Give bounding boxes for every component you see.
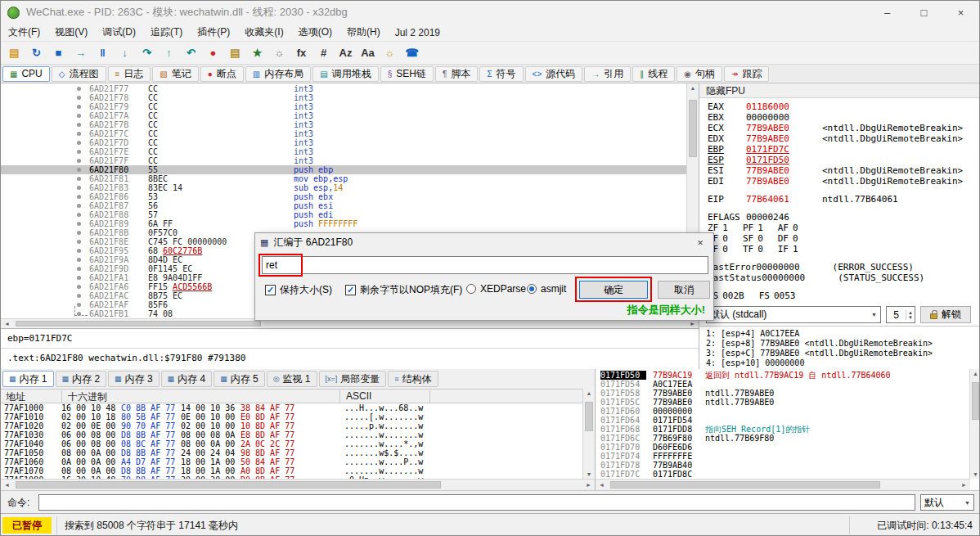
stack-row[interactable]: 0171FD7C0171FD8C (596, 470, 970, 479)
register-row-laststatus[interactable]: LastStatus00000000(STATUS_SUCCESS) (708, 273, 980, 283)
run-to-return-button[interactable]: ↑ (159, 43, 179, 63)
stack-row[interactable]: 0171FD54A0C17EEA (596, 380, 970, 389)
argument-count-stepper[interactable]: 5 ▲▼ (886, 306, 915, 323)
horizontal-scrollbar[interactable]: ◄► (1, 479, 595, 490)
flag-value[interactable]: 002B (722, 291, 744, 301)
scrollbar-thumb[interactable] (689, 100, 697, 157)
tab-script[interactable]: ¶脚本 (435, 66, 478, 82)
horizontal-scrollbar[interactable]: ◄► (596, 479, 970, 490)
register-value[interactable]: 00000246 (746, 212, 789, 223)
breakpoint-dot-icon[interactable] (77, 303, 81, 307)
maximize-button[interactable]: □ (906, 1, 942, 24)
scroll-up-arrow-icon[interactable]: ▲ (687, 85, 699, 91)
tab-memory-map[interactable]: ▥内存布局 (245, 66, 311, 82)
register-row-edi[interactable]: EDI77B9ABE0<ntdll.DbgUiRemoteBreakin> (708, 176, 980, 187)
breakpoint-dot-icon[interactable] (77, 186, 81, 190)
breakpoint-dot-icon[interactable] (77, 141, 81, 145)
tab-handles[interactable]: ◉句柄 (677, 66, 722, 82)
register-value[interactable]: 0171FD7C (746, 144, 789, 155)
asmjit-radio[interactable]: asmjit (527, 283, 566, 295)
fill-nop-checkbox[interactable]: ✓ 剩余字节以NOP填充(F) (345, 283, 462, 297)
stack-pane[interactable]: 0171FD5077B9AC19返回到 ntdll.77B9AC19 自 ntd… (595, 369, 980, 490)
settings-gears-button[interactable]: ☼ (269, 43, 290, 63)
dump-row[interactable]: 77AF107008 00 0A 00D8 8B AF 7718 00 1A 0… (1, 466, 582, 475)
breakpoint-dot-icon[interactable] (77, 312, 81, 316)
tab-seh[interactable]: §SEH链 (380, 66, 434, 82)
stop-button[interactable]: ■ (48, 43, 69, 63)
cancel-button[interactable]: 取消 (658, 281, 710, 299)
disasm-row[interactable]: 6AD21F8055push ebp (1, 165, 686, 174)
run-button[interactable]: → (70, 43, 91, 63)
flag-value[interactable]: 1 (722, 223, 728, 233)
menu-trace[interactable]: 追踪(T) (143, 23, 190, 42)
breakpoint-dot-icon[interactable] (77, 159, 81, 163)
dump-row[interactable]: 77AF100016 00 10 48C0 8B AF 7714 00 10 3… (1, 403, 582, 412)
register-row-ecx[interactable]: ECX77B9ABE0<ntdll.DbgUiRemoteBreakin> (708, 123, 980, 133)
stack-row[interactable]: 0171FD6C77B69F80ntdll.77B69F80 (596, 434, 970, 443)
breakpoint-dot-icon[interactable] (77, 276, 81, 280)
disasm-row[interactable]: 6AD21F78CCint3 (1, 93, 686, 102)
register-value[interactable]: 77B64061 (746, 194, 789, 205)
flag-value[interactable]: 1 (757, 223, 763, 233)
scroll-left-arrow-icon[interactable]: ◄ (599, 480, 605, 490)
tab-log[interactable]: ≡日志 (108, 66, 151, 82)
flag-value[interactable]: 1 (793, 244, 798, 254)
breakpoint-dot-icon[interactable] (77, 204, 81, 208)
scrollbar-thumb[interactable] (585, 402, 593, 431)
stack-row[interactable]: 0171FD70D60FE6D6 (596, 443, 970, 452)
breakpoint-dot-icon[interactable] (77, 195, 81, 199)
dialog-title-bar[interactable]: ▦ 汇编于 6AD21F80 × (255, 233, 713, 251)
help-phone-button[interactable]: ☎ (402, 43, 422, 63)
scrollbar-thumb[interactable] (972, 382, 979, 420)
disasm-row[interactable]: 6AD21F8857push edi (1, 210, 686, 219)
disasm-row[interactable]: 6AD21F7FCCint3 (1, 156, 686, 165)
scroll-right-arrow-icon[interactable]: ► (586, 480, 591, 490)
breakpoint-dot-icon[interactable] (77, 87, 81, 91)
breakpoint-dot-icon[interactable] (77, 231, 81, 235)
flag-value[interactable]: 0 (793, 233, 798, 244)
dump-row[interactable]: 77AF10600A 00 0A 00A4 D7 AF 7718 00 1A 0… (1, 457, 582, 466)
register-value[interactable]: 01186000 (746, 101, 789, 112)
scroll-left-arrow-icon[interactable]: ◄ (4, 319, 10, 328)
disasm-row[interactable]: 6AD21F7DCCint3 (1, 138, 686, 147)
register-row-ebx[interactable]: EBX00000000 (708, 112, 980, 123)
tab-locals[interactable]: [x=]局部变量 (319, 371, 387, 387)
breakpoint-dot-icon[interactable] (77, 177, 81, 181)
tab-struct[interactable]: ≡结构体 (388, 371, 438, 387)
menu-options[interactable]: 选项(O) (291, 23, 339, 42)
calculator-fx-button[interactable]: fx (291, 43, 312, 63)
disasm-row[interactable]: 6AD21F7ECCint3 (1, 147, 686, 156)
breakpoint-dot-icon[interactable] (77, 114, 81, 118)
font-az-button[interactable]: Az (335, 43, 356, 63)
close-button[interactable]: × (942, 1, 979, 24)
stack-row[interactable]: 0171FD640171FD54 (596, 416, 970, 425)
step-over-button[interactable]: ↷ (137, 43, 157, 63)
breakpoint-dot-icon[interactable] (77, 96, 81, 100)
flag-value[interactable]: 0 (722, 233, 728, 244)
dump-row[interactable]: 77AF101002 00 10 1880 5B AF 770E 00 10 0… (1, 412, 582, 421)
menu-view[interactable]: 视图(V) (47, 23, 95, 42)
tab-trace[interactable]: ↠跟踪 (724, 66, 769, 82)
tab-source[interactable]: <>源代码 (525, 66, 583, 82)
breakpoint-dot-icon[interactable] (77, 168, 81, 172)
flag-value[interactable]: 0 (722, 244, 728, 254)
menu-file[interactable]: 文件(F) (1, 23, 47, 42)
vertical-scrollbar[interactable]: ▲▼ (969, 369, 980, 479)
spin-down-icon[interactable]: ▼ (908, 315, 913, 320)
command-mode-select[interactable]: 默认 ▼ (920, 494, 974, 511)
register-value[interactable]: 77B9ABE0 (746, 176, 789, 187)
calling-convention-select[interactable]: 默认 (stdcall) ▼ (706, 306, 881, 323)
dialog-close-button[interactable]: × (692, 236, 708, 249)
hash-button[interactable]: # (313, 43, 334, 63)
scroll-up-arrow-icon[interactable]: ▲ (970, 371, 980, 376)
open-file-button[interactable]: ▤ (4, 43, 25, 63)
stack-row[interactable]: 0171FD680171FDD8指向SEH_Record[1]的指针 (596, 425, 970, 434)
disasm-row[interactable]: 6AD21F8383EC 14sub esp,14 (1, 183, 686, 192)
breakpoint-dot-icon[interactable] (77, 294, 81, 298)
keep-size-checkbox[interactable]: ✓ 保持大小(S) (265, 283, 332, 297)
breakpoint-button[interactable]: ● (203, 43, 223, 63)
disasm-row[interactable]: 6AD21F77CCint3 (1, 84, 686, 93)
breakpoint-dot-icon[interactable] (77, 213, 81, 217)
flag-value[interactable]: 0 (793, 223, 798, 233)
tab-memory-2[interactable]: ▦内存 2 (56, 371, 107, 387)
